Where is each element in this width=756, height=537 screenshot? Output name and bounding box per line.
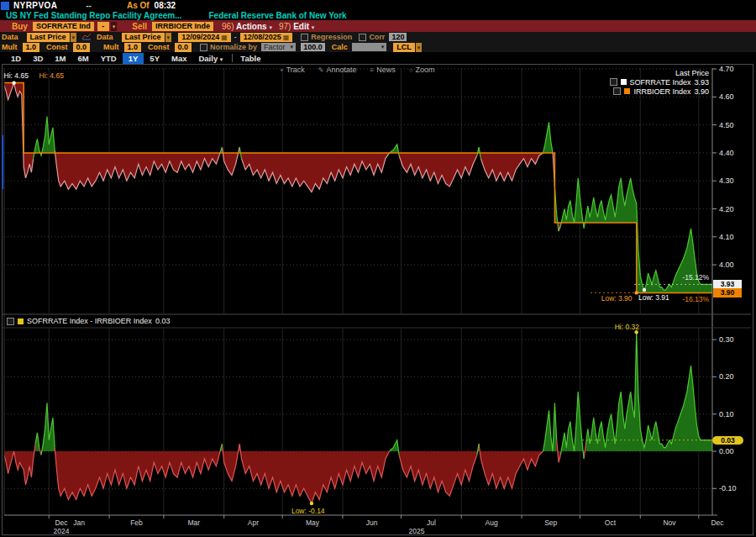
spread-legend: SOFRRATE Index - IRRBIOER Index 0.03: [7, 317, 170, 325]
corr-label: Corr: [369, 33, 385, 41]
spread-area-negative: [399, 451, 477, 496]
corr-window-field[interactable]: 120: [389, 33, 407, 41]
qty-dropdown-icon[interactable]: ▾: [111, 22, 118, 31]
normalize-checkbox[interactable]: [200, 44, 207, 51]
legend-label: SOFRRATE Index - IRRBIOER Index: [27, 317, 152, 325]
legend-label: SOFRRATE Index: [630, 78, 691, 87]
period-tab-max[interactable]: Max: [165, 53, 192, 64]
toolbar-news-button[interactable]: ≡News: [370, 66, 396, 74]
sofrrate-swatch-icon: [621, 79, 627, 85]
spread: [4, 332, 712, 503]
chart-area: +Track✎Annotate≡News○Zoom Last Price SOF…: [2, 64, 753, 535]
data1-select[interactable]: Last Price: [27, 33, 70, 42]
factor-dropdown-icon[interactable]: ▾: [288, 43, 297, 51]
y-axis-label: 4.60: [719, 92, 734, 101]
date-from-field[interactable]: 12/09/2024▦: [178, 33, 231, 42]
mult2-field[interactable]: 1.0: [124, 43, 142, 52]
month-label: Dec: [55, 519, 68, 527]
settings-row-1: Data Last Price ▾ Data Last Price ▾ 12/0…: [0, 32, 756, 42]
calc-select[interactable]: [352, 43, 379, 51]
period-tab-1d[interactable]: 1D: [5, 53, 27, 64]
sofrrate-area-negative: [399, 153, 477, 187]
news-icon: ≡: [370, 66, 375, 74]
axis-tick-labels: 4.704.604.504.404.304.204.104.000.300.20…: [719, 65, 737, 492]
spread-swatch-icon: [18, 319, 24, 324]
factor-value-field[interactable]: 100.0: [301, 43, 325, 51]
const2-field[interactable]: 0.0: [175, 43, 192, 52]
window-handle-icon[interactable]: [1, 2, 9, 10]
const1-label: Const: [46, 43, 68, 51]
lcl-dropdown-icon[interactable]: ▾: [416, 43, 423, 52]
table-button[interactable]: Table: [240, 54, 260, 63]
frequency-select[interactable]: Daily ▾: [192, 53, 224, 64]
month-label: Jun: [366, 519, 378, 527]
period-tab-ytd[interactable]: YTD: [95, 53, 123, 64]
zoom-icon: ○: [409, 66, 413, 74]
const1-field[interactable]: 0.0: [73, 43, 91, 52]
y-axis-label: 4.40: [719, 149, 734, 157]
legend-title: Last Price: [610, 68, 709, 77]
settings-row-2: Mult 1.0 Const 0.0 Mult 1.0 Const 0.0 No…: [0, 42, 756, 52]
period-tab-bar: 1D3D1M6MYTD1Y5YMaxDaily ▾ Table: [0, 52, 756, 64]
period-tab-1m[interactable]: 1M: [49, 53, 71, 64]
calendar-icon[interactable]: ▦: [221, 34, 228, 41]
data1-dropdown-icon[interactable]: ▾: [71, 33, 77, 42]
sofrrate: [4, 83, 712, 293]
price-legend: Last Price SOFRRATE Index 3.93 IRRBIOER …: [610, 68, 709, 96]
sell-security-field[interactable]: IRRBIOER Inde: [152, 22, 213, 31]
hi-low-dot: [12, 81, 15, 84]
annotation-low-sofrrate: Low: 3.91: [638, 293, 669, 302]
period-tab-1y[interactable]: 1Y: [123, 53, 144, 64]
mult2-label: Mult: [103, 43, 119, 51]
hi-low-dot: [310, 502, 313, 505]
mini-chart-icon: [81, 33, 92, 42]
y-axis-label: 4.30: [719, 176, 734, 185]
data2-dropdown-icon[interactable]: ▾: [165, 33, 172, 42]
qty-field[interactable]: -: [97, 22, 109, 31]
year-label: 2024: [54, 527, 70, 534]
pct-change-sofrrate: -15.12%: [682, 273, 709, 282]
track-icon: +: [280, 66, 284, 74]
calendar-icon[interactable]: ▦: [283, 34, 290, 41]
mult1-field[interactable]: 1.0: [23, 43, 40, 52]
edit-menu[interactable]: 97) Edit ▾: [279, 22, 314, 31]
y-axis-label: 4.00: [719, 261, 734, 269]
period-tab-3d[interactable]: 3D: [27, 53, 49, 64]
legend-checkbox[interactable]: [610, 78, 617, 86]
x-axis-labels: DecJanFebMarAprMayJunJulAugSepOctNovDec2…: [54, 519, 725, 534]
buy-security-field[interactable]: SOFRRATE Ind: [33, 22, 94, 31]
y-axis-label: 0.00: [719, 447, 734, 455]
toolbar-track-button[interactable]: +Track: [280, 66, 305, 74]
month-label: Oct: [605, 519, 617, 527]
lcl-select[interactable]: LCL: [393, 43, 415, 52]
as-of-time: 08:32: [155, 1, 176, 10]
legend-checkbox[interactable]: [613, 87, 621, 95]
mult1-label: Mult: [2, 43, 18, 51]
date-to-field[interactable]: 12/08/2025▦: [240, 33, 293, 42]
hi-low-dot: [643, 288, 646, 292]
spread-area-negative: [479, 444, 543, 488]
legend-checkbox[interactable]: [7, 318, 14, 325]
month-label: Apr: [248, 519, 259, 527]
legend-item-irrbioer: IRRBIOER Index 3.90: [610, 87, 709, 96]
annotation-hi-irrbioer: Hi: 4.65: [39, 71, 64, 80]
actions-menu[interactable]: 96) Actions ▾: [222, 22, 272, 31]
last-value-tag-spread: 0.03: [712, 436, 743, 445]
month-label: Mar: [187, 519, 200, 527]
month-label: Aug: [486, 519, 498, 527]
regression-checkbox[interactable]: [301, 34, 308, 41]
calc-dropdown-icon[interactable]: ▾: [379, 43, 387, 51]
data2-select[interactable]: Last Price: [122, 33, 165, 42]
period-tab-5y[interactable]: 5Y: [144, 53, 165, 64]
sell-label: Sell: [132, 22, 147, 31]
last-price-tag-sofrrate: 3.93: [713, 280, 742, 289]
toolbar-zoom-button[interactable]: ○Zoom: [409, 66, 435, 74]
legend-value: 3.90: [694, 87, 709, 96]
year-label: 2025: [409, 527, 425, 534]
factor-select[interactable]: Factor: [261, 43, 288, 51]
corr-checkbox[interactable]: [359, 34, 366, 41]
last-price-tag-irrbioer: 3.90: [713, 288, 742, 297]
period-tab-6m[interactable]: 6M: [72, 53, 95, 64]
toolbar-annotate-button[interactable]: ✎Annotate: [318, 66, 357, 74]
data2-label: Data: [97, 33, 113, 41]
